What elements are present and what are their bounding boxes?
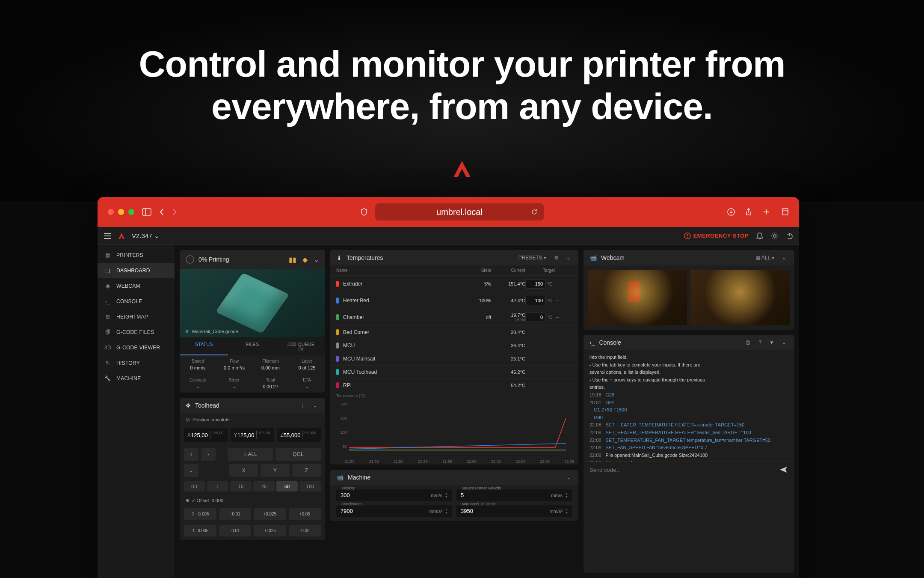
privacy-icon[interactable] [361, 208, 367, 216]
sidebar-item-history[interactable]: ↻HISTORY [98, 355, 175, 371]
webcam-feed-1[interactable] [588, 270, 687, 325]
increment-icon[interactable]: ▲ [445, 508, 448, 511]
tabs-icon[interactable] [780, 208, 789, 216]
webcam-feed-2[interactable] [690, 270, 790, 325]
menu-icon[interactable] [104, 233, 111, 239]
step-50[interactable]: 50 [276, 481, 298, 492]
step-0.1[interactable]: 0.1 [184, 481, 205, 492]
app-topbar: V2.347 ⌄ EMERGENCY STOP [98, 227, 799, 245]
maximize-window-icon[interactable] [128, 209, 134, 215]
zoffset-btn[interactable]: +0.05 [289, 508, 321, 520]
temp-row-mcu-toolhead: MCU Toolhead46.2°C [330, 365, 578, 378]
decrement-icon[interactable]: ▼ [565, 511, 568, 514]
sidebar-item-label: HISTORY [116, 360, 140, 366]
pause-icon[interactable]: ▮▮ [289, 256, 296, 264]
notifications-icon[interactable] [756, 232, 763, 240]
sidebar-item-webcam[interactable]: ◉WEBCAM [98, 278, 175, 294]
coord-y[interactable]: Y125,00[ 125,00 ] [231, 428, 275, 442]
chevron-down-icon[interactable]: ⌄ [565, 474, 572, 480]
sidebar-item-printers[interactable]: ▦PRINTERS [98, 247, 175, 263]
increment-icon[interactable]: ▲ [445, 492, 448, 495]
power-icon[interactable] [786, 232, 793, 239]
more-icon[interactable]: ⋮ [299, 402, 307, 408]
presets-dropdown[interactable]: PRESETS ▾ [517, 255, 548, 261]
url-bar[interactable]: umbrel.local [375, 203, 543, 220]
browser-window: umbrel.local V2.347 ⌄ EMERGENCY STOP [98, 197, 799, 578]
gear-icon[interactable]: ⚙ [552, 255, 560, 261]
target-input[interactable] [525, 279, 546, 289]
settings-icon[interactable] [771, 232, 779, 240]
decrement-icon[interactable]: ▼ [445, 495, 448, 498]
step-1[interactable]: 1 [207, 481, 228, 492]
chevron-down-icon[interactable]: ⌄ [311, 402, 319, 408]
chevron-down-icon[interactable]: ⌄ [780, 340, 788, 346]
zoffset-btn[interactable]: +0.025 [254, 508, 286, 520]
version-label[interactable]: V2.347 ⌄ [132, 232, 160, 240]
increment-icon[interactable]: ▲ [565, 492, 568, 495]
sidebar-item-machine[interactable]: 🔧MACHINE [98, 371, 175, 386]
chevron-down-icon[interactable]: ⌄ [780, 255, 788, 261]
tab-job-queue[interactable]: JOB QUEUE(0) [277, 337, 325, 355]
target-input[interactable] [525, 296, 546, 305]
share-icon[interactable] [745, 208, 752, 216]
stop-icon[interactable]: ◆ [302, 256, 308, 264]
trash-icon[interactable]: 🗑 [744, 340, 752, 346]
decrement-icon[interactable]: ▼ [565, 495, 568, 498]
machine-acceleration[interactable]: Acceleration7900mm/s²▲▼ [336, 505, 452, 517]
new-tab-icon[interactable] [762, 208, 770, 216]
close-window-icon[interactable] [108, 209, 114, 215]
move-right-button[interactable]: › [201, 448, 216, 461]
sidebar-item-dashboard[interactable]: ⬚DASHBOARD [98, 263, 175, 278]
stat-speed: Speed0 mm/s [180, 355, 216, 374]
increment-icon[interactable]: ▲ [565, 508, 568, 511]
machine-max-accel-to-decel-[interactable]: Max Accel. to Decel.3950mm/s²▲▼ [456, 505, 572, 517]
emergency-stop-button[interactable]: EMERGENCY STOP [684, 232, 749, 239]
move-down-button[interactable]: ⌄ [184, 464, 198, 477]
sidebar-toggle-icon[interactable] [142, 208, 151, 216]
refresh-icon[interactable] [531, 209, 538, 215]
toolhead-panel: ✥ Toolhead ⋮ ⌄ ◎ Position: absolute X125… [180, 398, 325, 540]
zoffset-btn[interactable]: +0.01 [219, 508, 252, 520]
back-button-icon[interactable] [159, 208, 164, 216]
home-x-button[interactable]: X [229, 464, 258, 477]
chevron-down-icon[interactable]: ⌄ [565, 255, 572, 261]
sidebar-item-label: PRINTERS [116, 252, 143, 258]
move-left-button[interactable]: ‹ [184, 448, 198, 461]
coord-x[interactable]: X125,00[ 125,00 ] [184, 428, 228, 442]
chevron-down-icon[interactable]: ⌄ [314, 256, 319, 264]
home-y-button[interactable]: Y [261, 464, 289, 477]
filter-icon[interactable]: ▼ [767, 340, 776, 346]
send-icon[interactable] [779, 466, 788, 473]
help-icon[interactable]: ? [757, 340, 763, 346]
step-25[interactable]: 25 [253, 481, 275, 492]
zoffset-btn[interactable]: ↧ +0.005 [184, 508, 216, 520]
machine-square-corner-velocity[interactable]: Square Corner Velocity5mm/s▲▼ [456, 489, 572, 501]
step-100[interactable]: 100 [299, 481, 321, 492]
home-z-button[interactable]: Z [292, 464, 321, 477]
download-icon[interactable] [727, 208, 735, 216]
decrement-icon[interactable]: ▼ [445, 511, 448, 514]
zoffset-btn[interactable]: ↥ -0.005 [184, 525, 216, 536]
tab-status[interactable]: STATUS [180, 337, 228, 355]
sidebar-item-g-code-files[interactable]: 🗐G-CODE FILES [98, 325, 175, 340]
machine-velocity[interactable]: Velocity300mm/s▲▼ [336, 489, 452, 501]
webcam-all-dropdown[interactable]: ▦ ALL ▾ [754, 255, 776, 261]
sidebar-item-g-code-viewer[interactable]: 3DG-CODE VIEWER [98, 340, 175, 355]
console-input[interactable] [589, 467, 779, 473]
machine-panel: 📹 Machine ⌄ Velocity300mm/s▲▼Square Corn… [330, 470, 578, 521]
sidebar-item-console[interactable]: ›_CONSOLE [98, 294, 175, 309]
step-10[interactable]: 10 [230, 481, 252, 492]
zoffset-btn[interactable]: -0.025 [254, 525, 286, 536]
tab-files[interactable]: FILES [228, 337, 276, 355]
sidebar-item-heightmap[interactable]: ⊞HEIGHTMAP [98, 309, 175, 325]
zoffset-btn[interactable]: -0.01 [219, 525, 252, 536]
home-all-button[interactable]: ⌂ ALL [228, 448, 273, 461]
zoffset-btn[interactable]: -0.05 [289, 525, 321, 536]
wrench-icon: 🔧 [104, 375, 111, 381]
target-input[interactable] [525, 313, 546, 322]
forward-button-icon[interactable] [172, 208, 177, 216]
coord-z[interactable]: Z55,000[ 55,000 ] [277, 428, 321, 442]
machine-title: Machine [348, 474, 560, 481]
qgl-button[interactable]: QGL [275, 448, 321, 461]
minimize-window-icon[interactable] [118, 209, 124, 215]
